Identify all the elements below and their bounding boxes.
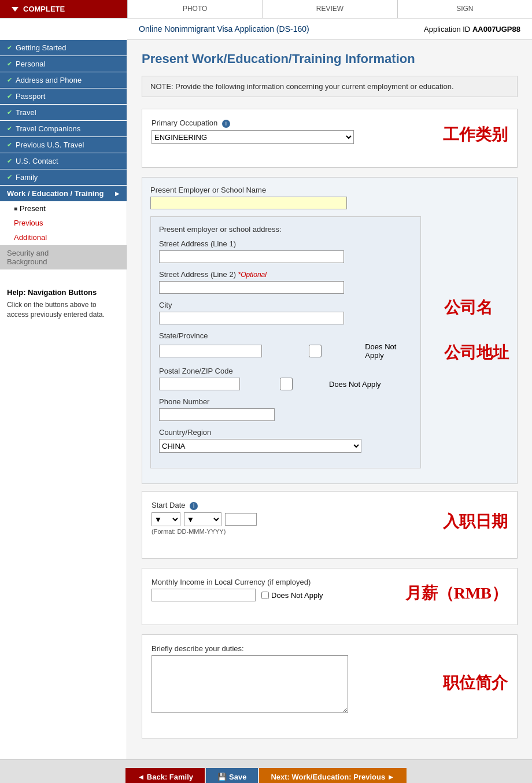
income-annotation: 月薪（RMB） (405, 584, 508, 602)
state-dna-checkbox[interactable] (268, 345, 363, 357)
start-date-label: Start Date i (152, 501, 420, 510)
sidebar-sub-previous[interactable]: Previous (0, 216, 127, 230)
phone-input[interactable] (159, 408, 275, 421)
street2-input[interactable] (159, 281, 344, 294)
income-input[interactable] (152, 589, 256, 601)
postal-dna-label[interactable]: Does Not Apply (246, 378, 381, 390)
tab-review[interactable]: REVIEW (262, 0, 397, 18)
income-label: Monthly Income in Local Currency (if emp… (152, 578, 382, 586)
employer-name-label: Present Employer or School Name (150, 186, 421, 194)
duties-section: Briefly describe your duties: 职位简介 (142, 634, 518, 738)
postal-dna-checkbox[interactable] (246, 378, 327, 390)
check-icon: ✔ (7, 93, 12, 100)
sidebar-item-previous-us-travel[interactable]: ✔ Previous U.S. Travel (0, 137, 127, 153)
country-select[interactable]: CHINA UNITED STATES OTHER (159, 439, 361, 453)
income-dna-label[interactable]: Does Not Apply (261, 591, 323, 600)
back-button[interactable]: ◄ Back: Family (125, 768, 205, 783)
duties-annotation: 职位简介 (443, 674, 508, 692)
sidebar-item-us-contact[interactable]: ✔ U.S. Contact (0, 153, 127, 169)
postal-label: Postal Zone/ZIP Code (159, 367, 412, 375)
sidebar-item-security: Security and Background (0, 245, 127, 269)
sidebar-item-personal[interactable]: ✔ Personal (0, 56, 127, 72)
main-content: Present Work/Education/Training Informat… (127, 40, 532, 759)
state-input[interactable] (159, 345, 262, 357)
sidebar-item-address-phone[interactable]: ✔ Address and Phone (0, 72, 127, 88)
bottom-bar: ◄ Back: Family 💾 Save Next: Work/Educati… (0, 759, 532, 783)
employer-name-input[interactable] (150, 197, 347, 209)
start-date-year-input[interactable] (225, 513, 257, 526)
employer-annotation: 公司名 (444, 297, 509, 319)
address-section-label: Present employer or school address: (159, 225, 412, 234)
income-section: Monthly Income in Local Currency (if emp… (142, 568, 518, 625)
info-icon[interactable]: i (222, 120, 230, 128)
city-input[interactable] (159, 312, 344, 324)
occupation-section: Primary Occupation i ENGINEERING STUDENT… (142, 109, 518, 168)
street1-label: Street Address (Line 1) (159, 239, 412, 248)
sidebar-sub-present[interactable]: Present (0, 201, 127, 216)
sidebar: ✔ Getting Started ✔ Personal ✔ Address a… (0, 40, 127, 759)
note-box: NOTE: Provide the following information … (142, 76, 518, 97)
sidebar-item-travel-companions[interactable]: ✔ Travel Companions (0, 121, 127, 136)
page-title: Present Work/Education/Training Informat… (142, 51, 518, 67)
sidebar-item-passport[interactable]: ✔ Passport (0, 88, 127, 104)
sidebar-item-travel[interactable]: ✔ Travel (0, 105, 127, 120)
occupation-annotation: 工作类别 (443, 125, 508, 143)
help-box: Help: Navigation Buttons Click on the bu… (0, 281, 127, 327)
start-date-section: Start Date i ▼ ▼ (Format: DD (142, 491, 518, 559)
address-block: Present employer or school address: Stre… (150, 216, 421, 468)
street2-label: Street Address (Line 2) *Optional (159, 270, 412, 279)
check-icon: ✔ (7, 76, 12, 84)
phone-label: Phone Number (159, 397, 412, 406)
save-button[interactable]: 💾 Save (206, 768, 258, 783)
postal-input[interactable] (159, 378, 240, 390)
duties-label: Briefly describe your duties: (152, 644, 420, 653)
tab-sign[interactable]: SIGN (397, 0, 532, 18)
check-icon: ✔ (7, 109, 12, 116)
income-dna-checkbox[interactable] (261, 592, 269, 599)
occupation-select[interactable]: ENGINEERING STUDENT RETIRED UNEMPLOYED O… (152, 130, 354, 144)
check-icon: ✔ (7, 44, 12, 51)
duties-textarea[interactable] (152, 655, 348, 713)
save-icon: 💾 (217, 773, 227, 781)
dropdown-arrow-icon (12, 7, 19, 12)
street1-input[interactable] (159, 250, 344, 263)
state-dna-label[interactable]: Does Not Apply (268, 342, 412, 360)
app-title: Online Nonimmigrant Visa Application (DS… (139, 24, 309, 34)
employer-section: Present Employer or School Name Present … (142, 177, 518, 484)
app-id: Application ID AA007UGP88 (424, 25, 520, 34)
start-date-annotation: 入职日期 (443, 512, 508, 530)
state-label: State/Province (159, 331, 412, 340)
sidebar-item-family[interactable]: ✔ Family (0, 169, 127, 185)
tab-photo[interactable]: PHOTO (127, 0, 262, 18)
check-icon: ✔ (7, 141, 12, 149)
address-annotation: 公司地址 (444, 342, 509, 364)
date-format-hint: (Format: DD-MMM-YYYY) (152, 528, 420, 535)
complete-label: COMPLETE (23, 5, 65, 13)
help-text: Click on the buttons above to access pre… (7, 300, 120, 320)
check-icon: ✔ (7, 157, 12, 165)
start-date-day-select[interactable]: ▼ (152, 512, 180, 526)
start-date-info-icon[interactable]: i (190, 502, 198, 510)
arrow-right-icon: ▶ (115, 190, 120, 197)
country-label: Country/Region (159, 428, 412, 437)
next-button[interactable]: Next: Work/Education: Previous ► (259, 768, 406, 783)
check-icon: ✔ (7, 173, 12, 181)
help-title: Help: Navigation Buttons (7, 288, 120, 297)
sidebar-sub-additional[interactable]: Additional (0, 230, 127, 245)
check-icon: ✔ (7, 125, 12, 132)
city-label: City (159, 301, 412, 309)
complete-tab[interactable]: COMPLETE (0, 0, 127, 18)
start-date-month-select[interactable]: ▼ (184, 512, 221, 526)
check-icon: ✔ (7, 60, 12, 68)
sidebar-item-getting-started[interactable]: ✔ Getting Started (0, 40, 127, 56)
sidebar-section-work[interactable]: Work / Education / Training ▶ (0, 186, 127, 201)
occupation-label: Primary Occupation i (152, 119, 420, 128)
